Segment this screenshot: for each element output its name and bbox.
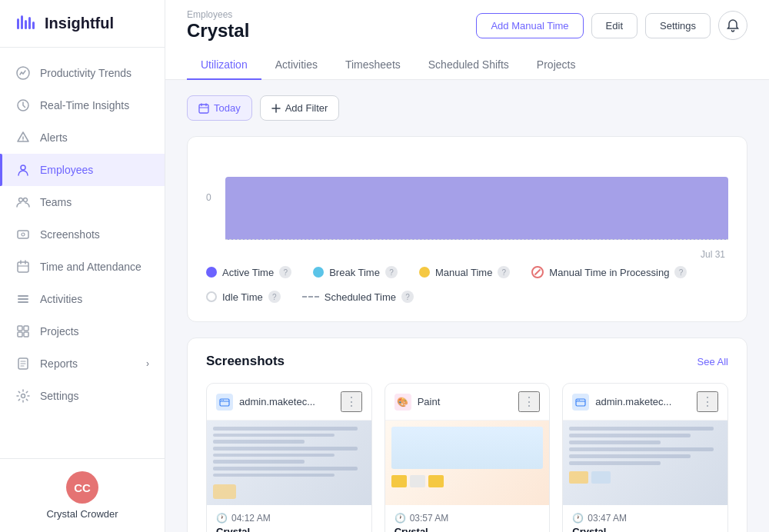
thumb-content-1 [207,421,371,505]
svg-rect-11 [18,231,28,238]
see-all-link[interactable]: See All [697,356,728,367]
sidebar-item-productivity-trends[interactable]: Productivity Trends [0,57,165,89]
legend-label-processing: Manual Time in Processing [549,267,669,278]
screenshot-menu-1[interactable]: ⋮ [341,391,362,412]
sidebar-label-realtime: Real-Time Insights [40,99,129,111]
tab-utilization[interactable]: Utilization [187,51,261,80]
chart-bar-active [225,177,728,241]
svg-point-7 [22,140,23,141]
screenshot-thumb-1 [207,421,371,505]
screenshot-card-2: 🎨 Paint ⋮ [384,383,551,532]
sidebar-label-time-attendance: Time and Attendance [40,261,141,273]
svg-point-37 [221,399,222,400]
employees-icon [15,162,31,178]
legend-active-time: Active Time ? [206,266,291,278]
svg-point-10 [24,198,28,202]
title-group: Employees Crystal [187,9,249,42]
app-icon-paint: 🎨 [394,394,411,411]
sidebar-nav: Productivity Trends Real-Time Insights A… [0,48,165,458]
app-icon-browser-1 [216,394,233,411]
screenshots-title: Screenshots [206,354,285,369]
sidebar-item-time-attendance[interactable]: Time and Attendance [0,251,165,283]
sidebar-label-projects: Projects [40,325,79,337]
screenshot-footer-2: 🕐 03:57 AM Crystal [385,505,550,532]
sidebar-item-screenshots[interactable]: Screenshots [0,218,165,251]
breadcrumb: Employees [187,9,249,20]
legend-label-active: Active Time [222,267,274,278]
add-filter-button[interactable]: Add Filter [260,95,340,121]
sidebar-item-employees[interactable]: Employees [0,154,165,186]
chart-legend: Active Time ? Break Time ? Manual Time ? [206,266,728,303]
legend-help-manual[interactable]: ? [498,266,510,278]
screenshot-card-1: admin.maketec... ⋮ [206,383,372,532]
legend-label-break: Break Time [329,267,380,278]
thumb-content-3 [563,421,727,505]
svg-rect-29 [199,105,208,113]
legend-help-scheduled[interactable]: ? [401,291,414,303]
avatar: CC [66,471,98,504]
sidebar-item-settings[interactable]: Settings [0,380,165,412]
sidebar-item-alerts[interactable]: Alerts [0,121,165,154]
screenshot-user-1: Crystal [216,526,362,532]
clock-icon-1: 🕐 [216,513,228,524]
svg-rect-21 [24,326,28,331]
sidebar-item-projects[interactable]: Projects [0,315,165,347]
screenshot-time-3: 🕐 03:47 AM [572,513,718,524]
sidebar-item-real-time-insights[interactable]: Real-Time Insights [0,89,165,121]
sidebar-item-teams[interactable]: Teams [0,186,165,218]
notification-bell-button[interactable] [718,11,747,40]
screenshot-thumb-3 [563,421,727,505]
logo: Insightful [0,0,165,48]
screenshot-footer-1: 🕐 04:12 AM Crystal [207,505,371,532]
tab-activities[interactable]: Activities [261,51,331,80]
clock-icon-2: 🕐 [394,513,406,524]
app-name-3: admin.maketec... [595,396,671,407]
legend-help-break[interactable]: ? [385,266,398,278]
sidebar-item-reports[interactable]: Reports › [0,347,165,380]
svg-point-38 [223,399,224,400]
sidebar: Insightful Productivity Trends Real-Time… [0,0,165,532]
legend-dot-manual [419,267,430,278]
svg-rect-1 [21,15,23,29]
sidebar-label-settings: Settings [40,390,79,402]
svg-rect-3 [28,17,31,29]
page-title: Crystal [187,20,249,42]
user-profile[interactable]: CC Crystal Crowder [0,458,165,532]
tab-scheduled-shifts[interactable]: Scheduled Shifts [414,51,523,80]
add-manual-time-button[interactable]: Add Manual Time [476,13,583,38]
screenshots-section: Screenshots See All admin.maketec... ⋮ [187,337,747,532]
logo-icon [15,12,38,35]
edit-button[interactable]: Edit [591,13,638,38]
thumb-content-2 [385,421,550,505]
screenshot-menu-3[interactable]: ⋮ [697,391,718,412]
svg-rect-18 [18,298,28,300]
screenshots-header: Screenshots See All [206,354,728,369]
chart-y-label: 0 [206,192,211,203]
settings-button[interactable]: Settings [645,13,711,38]
content-area: Today Add Filter 0 Jul 31 [165,80,769,532]
alerts-icon [15,130,31,145]
chart-area: 0 [206,155,728,240]
legend-dash-scheduled [302,296,319,298]
sidebar-label-teams: Teams [40,196,72,208]
legend-help-active[interactable]: ? [279,266,291,278]
screenshots-icon [15,227,31,242]
settings-icon [15,388,31,404]
legend-manual-time: Manual Time ? [419,266,510,278]
tab-bar: Utilization Activities Timesheets Schedu… [187,51,747,79]
time-attendance-icon [15,259,31,274]
svg-rect-39 [576,399,585,406]
tab-timesheets[interactable]: Timesheets [331,51,414,80]
reports-arrow-icon: › [146,358,149,369]
today-filter-button[interactable]: Today [187,95,252,121]
productivity-icon [15,65,31,81]
sidebar-label-alerts: Alerts [40,131,68,144]
sidebar-item-activities[interactable]: Activities [0,283,165,315]
legend-manual-processing: Manual Time in Processing ? [531,266,687,278]
screenshot-card-3: admin.maketec... ⋮ [562,383,728,532]
clock-icon-3: 🕐 [572,513,584,524]
legend-help-processing[interactable]: ? [674,266,687,278]
tab-projects[interactable]: Projects [523,51,590,80]
screenshot-menu-2[interactable]: ⋮ [518,391,540,412]
legend-help-idle[interactable]: ? [268,291,281,303]
